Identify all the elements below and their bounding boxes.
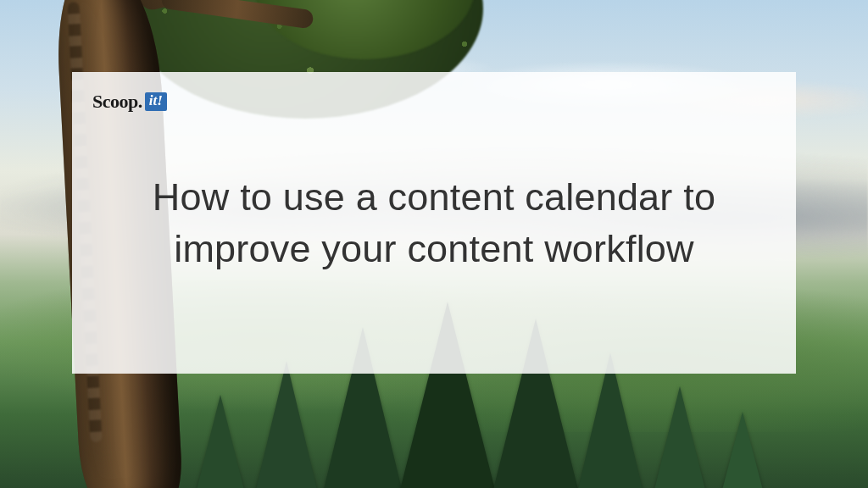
title-card: Scoop. it! How to use a content calendar… — [72, 72, 796, 374]
logo-badge-icon: it! — [145, 92, 167, 111]
article-headline: How to use a content calendar to improve… — [72, 172, 796, 275]
logo-text-main: Scoop. — [92, 91, 142, 113]
brand-logo: Scoop. it! — [92, 87, 776, 116]
hero-background: Scoop. it! How to use a content calendar… — [0, 0, 868, 488]
